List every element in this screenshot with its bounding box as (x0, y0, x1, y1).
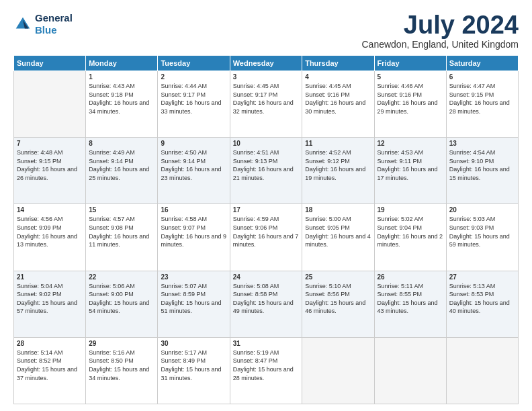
calendar-cell: 8Sunrise: 4:49 AM Sunset: 9:14 PM Daylig… (86, 138, 158, 204)
day-header-wednesday: Wednesday (230, 56, 302, 71)
calendar-cell: 26Sunrise: 5:11 AM Sunset: 8:55 PM Dayli… (374, 271, 446, 337)
calendar-week-row: 1Sunrise: 4:43 AM Sunset: 9:18 PM Daylig… (14, 71, 519, 138)
day-number: 17 (233, 206, 299, 214)
logo-icon (13, 15, 32, 34)
cell-info: Sunrise: 4:48 AM Sunset: 9:15 PM Dayligh… (17, 148, 83, 182)
cell-info: Sunrise: 4:56 AM Sunset: 9:09 PM Dayligh… (17, 215, 83, 248)
day-number: 4 (305, 73, 371, 81)
cell-info: Sunrise: 4:54 AM Sunset: 9:10 PM Dayligh… (449, 148, 515, 182)
day-number: 24 (233, 273, 299, 281)
calendar-cell: 14Sunrise: 4:56 AM Sunset: 9:09 PM Dayli… (14, 204, 86, 271)
cell-info: Sunrise: 4:45 AM Sunset: 9:16 PM Dayligh… (305, 82, 371, 116)
day-number: 5 (378, 73, 443, 81)
cell-info: Sunrise: 4:44 AM Sunset: 9:17 PM Dayligh… (161, 82, 226, 116)
day-number: 16 (161, 206, 226, 214)
day-header-friday: Friday (374, 56, 446, 71)
cell-info: Sunrise: 5:19 AM Sunset: 8:47 PM Dayligh… (233, 349, 299, 382)
day-number: 27 (449, 273, 515, 281)
cell-info: Sunrise: 5:14 AM Sunset: 8:52 PM Dayligh… (17, 349, 83, 382)
logo-general: General (35, 12, 73, 24)
day-number: 19 (378, 206, 443, 214)
cell-info: Sunrise: 5:11 AM Sunset: 8:55 PM Dayligh… (378, 282, 443, 316)
svg-marker-0 (16, 17, 30, 29)
day-number: 21 (17, 273, 83, 281)
calendar-cell (302, 337, 374, 404)
day-number: 30 (161, 340, 226, 347)
calendar-cell: 24Sunrise: 5:08 AM Sunset: 8:58 PM Dayli… (230, 271, 302, 337)
day-number: 9 (161, 140, 226, 147)
location: Canewdon, England, United Kingdom (362, 39, 519, 50)
cell-info: Sunrise: 5:00 AM Sunset: 9:05 PM Dayligh… (305, 215, 371, 248)
calendar-cell: 18Sunrise: 5:00 AM Sunset: 9:05 PM Dayli… (302, 204, 374, 271)
calendar-cell: 25Sunrise: 5:10 AM Sunset: 8:56 PM Dayli… (302, 271, 374, 337)
day-number: 3 (233, 73, 299, 81)
calendar-cell: 5Sunrise: 4:46 AM Sunset: 9:16 PM Daylig… (374, 71, 446, 138)
logo: General Blue (13, 12, 73, 36)
day-number: 7 (17, 140, 83, 147)
day-number: 18 (305, 206, 371, 214)
day-number: 31 (233, 340, 299, 347)
calendar-week-row: 28Sunrise: 5:14 AM Sunset: 8:52 PM Dayli… (14, 337, 519, 404)
calendar-header-row: SundayMondayTuesdayWednesdayThursdayFrid… (14, 56, 519, 71)
day-number: 11 (305, 140, 371, 147)
day-number: 14 (17, 206, 83, 214)
cell-info: Sunrise: 4:43 AM Sunset: 9:18 PM Dayligh… (89, 82, 154, 116)
calendar-cell: 27Sunrise: 5:13 AM Sunset: 8:53 PM Dayli… (446, 271, 518, 337)
calendar-cell: 12Sunrise: 4:53 AM Sunset: 9:11 PM Dayli… (374, 138, 446, 204)
day-number: 13 (449, 140, 515, 147)
calendar-cell (374, 337, 446, 404)
cell-info: Sunrise: 4:53 AM Sunset: 9:11 PM Dayligh… (378, 148, 443, 182)
calendar-cell: 28Sunrise: 5:14 AM Sunset: 8:52 PM Dayli… (14, 337, 86, 404)
cell-info: Sunrise: 4:47 AM Sunset: 9:15 PM Dayligh… (449, 82, 515, 116)
cell-info: Sunrise: 5:04 AM Sunset: 9:02 PM Dayligh… (17, 282, 83, 316)
page: General Blue July 2024 Canewdon, England… (0, 0, 532, 411)
day-number: 2 (161, 73, 226, 81)
cell-info: Sunrise: 4:46 AM Sunset: 9:16 PM Dayligh… (378, 82, 443, 116)
cell-info: Sunrise: 5:02 AM Sunset: 9:04 PM Dayligh… (378, 215, 443, 248)
calendar-cell: 2Sunrise: 4:44 AM Sunset: 9:17 PM Daylig… (158, 71, 230, 138)
cell-info: Sunrise: 4:49 AM Sunset: 9:14 PM Dayligh… (89, 148, 154, 182)
cell-info: Sunrise: 5:17 AM Sunset: 8:49 PM Dayligh… (161, 349, 226, 382)
calendar-cell: 20Sunrise: 5:03 AM Sunset: 9:03 PM Dayli… (446, 204, 518, 271)
calendar-cell: 22Sunrise: 5:06 AM Sunset: 9:00 PM Dayli… (86, 271, 158, 337)
cell-info: Sunrise: 4:59 AM Sunset: 9:06 PM Dayligh… (233, 215, 299, 248)
header: General Blue July 2024 Canewdon, England… (13, 12, 519, 50)
calendar-cell (446, 337, 518, 404)
title-block: July 2024 Canewdon, England, United King… (362, 12, 519, 50)
day-number: 10 (233, 140, 299, 147)
month-title: July 2024 (362, 12, 519, 38)
cell-info: Sunrise: 4:57 AM Sunset: 9:08 PM Dayligh… (89, 215, 154, 248)
calendar-week-row: 21Sunrise: 5:04 AM Sunset: 9:02 PM Dayli… (14, 271, 519, 337)
cell-info: Sunrise: 4:51 AM Sunset: 9:13 PM Dayligh… (233, 148, 299, 182)
calendar-cell: 6Sunrise: 4:47 AM Sunset: 9:15 PM Daylig… (446, 71, 518, 138)
calendar-cell: 30Sunrise: 5:17 AM Sunset: 8:49 PM Dayli… (158, 337, 230, 404)
cell-info: Sunrise: 5:03 AM Sunset: 9:03 PM Dayligh… (449, 215, 515, 248)
day-number: 23 (161, 273, 226, 281)
day-number: 1 (89, 73, 154, 81)
day-number: 29 (89, 340, 154, 347)
day-header-saturday: Saturday (446, 56, 518, 71)
day-header-sunday: Sunday (14, 56, 86, 71)
day-number: 15 (89, 206, 154, 214)
day-number: 28 (17, 340, 83, 347)
calendar-cell: 1Sunrise: 4:43 AM Sunset: 9:18 PM Daylig… (86, 71, 158, 138)
logo-blue: Blue (35, 24, 57, 36)
calendar-cell: 23Sunrise: 5:07 AM Sunset: 8:59 PM Dayli… (158, 271, 230, 337)
cell-info: Sunrise: 5:16 AM Sunset: 8:50 PM Dayligh… (89, 349, 154, 382)
calendar-cell: 10Sunrise: 4:51 AM Sunset: 9:13 PM Dayli… (230, 138, 302, 204)
cell-info: Sunrise: 5:10 AM Sunset: 8:56 PM Dayligh… (305, 282, 371, 316)
calendar-cell: 3Sunrise: 4:45 AM Sunset: 9:17 PM Daylig… (230, 71, 302, 138)
calendar-cell: 9Sunrise: 4:50 AM Sunset: 9:14 PM Daylig… (158, 138, 230, 204)
cell-info: Sunrise: 4:45 AM Sunset: 9:17 PM Dayligh… (233, 82, 299, 116)
cell-info: Sunrise: 5:08 AM Sunset: 8:58 PM Dayligh… (233, 282, 299, 316)
calendar-cell: 11Sunrise: 4:52 AM Sunset: 9:12 PM Dayli… (302, 138, 374, 204)
calendar-cell: 17Sunrise: 4:59 AM Sunset: 9:06 PM Dayli… (230, 204, 302, 271)
calendar-week-row: 7Sunrise: 4:48 AM Sunset: 9:15 PM Daylig… (14, 138, 519, 204)
cell-info: Sunrise: 5:07 AM Sunset: 8:59 PM Dayligh… (161, 282, 226, 316)
calendar-cell (14, 71, 86, 138)
logo-text: General Blue (35, 12, 73, 36)
day-header-monday: Monday (86, 56, 158, 71)
day-number: 26 (378, 273, 443, 281)
calendar-cell: 15Sunrise: 4:57 AM Sunset: 9:08 PM Dayli… (86, 204, 158, 271)
day-number: 12 (378, 140, 443, 147)
